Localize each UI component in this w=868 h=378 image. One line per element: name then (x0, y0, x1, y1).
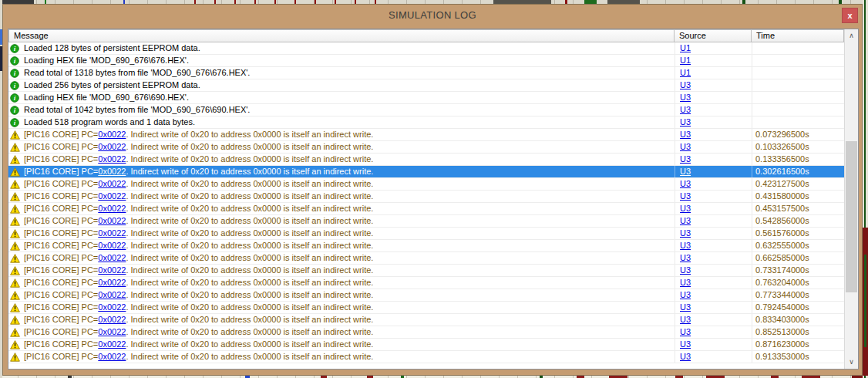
pc-address-link[interactable]: 0x0022 (98, 252, 126, 264)
log-row[interactable]: [PIC16 CORE] PC=0x0022. Indirect write o… (8, 252, 844, 265)
log-row[interactable]: iRead total of 1318 bytes from file 'MOD… (8, 67, 844, 79)
source-link[interactable]: U3 (680, 105, 691, 114)
source-link[interactable]: U3 (680, 93, 691, 102)
pc-address-link[interactable]: 0x0022 (98, 302, 126, 313)
message-cell: [PIC16 CORE] PC=0x0022. Indirect write o… (8, 277, 675, 289)
source-link[interactable]: U3 (680, 142, 691, 151)
time-cell (752, 42, 844, 54)
message-text-pre: [PIC16 CORE] PC= (24, 302, 98, 313)
pc-address-link[interactable]: 0x0022 (98, 203, 126, 214)
pc-address-link[interactable]: 0x0022 (98, 314, 126, 326)
title-bar[interactable]: SIMULATION LOG x (3, 5, 862, 25)
source-link[interactable]: U3 (680, 241, 691, 250)
pc-address-link[interactable]: 0x0022 (98, 228, 126, 239)
scrollbar-thumb[interactable] (846, 141, 857, 292)
log-row[interactable]: [PIC16 CORE] PC=0x0022. Indirect write o… (8, 277, 844, 289)
log-row[interactable]: [PIC16 CORE] PC=0x0022. Indirect write o… (8, 191, 844, 203)
source-link[interactable]: U3 (680, 339, 691, 349)
background-app-right-strip (863, 0, 868, 378)
source-cell: U3 (675, 265, 752, 276)
source-link[interactable]: U1 (680, 43, 691, 52)
log-row[interactable]: iLoaded 518 program words and 1 data byt… (8, 116, 844, 129)
source-link[interactable]: U3 (680, 167, 691, 176)
log-row[interactable]: iLoading HEX file 'MOD_690_676\690.HEX'.… (8, 92, 844, 104)
vertical-scrollbar[interactable]: ∧ ∨ (844, 29, 858, 369)
log-row-selected[interactable]: [PIC16 CORE] PC=0x0022. Indirect write o… (8, 166, 844, 178)
source-cell: U3 (675, 104, 752, 116)
source-link[interactable]: U3 (680, 191, 691, 201)
source-link[interactable]: U3 (680, 327, 691, 336)
time-cell: 0.913353000s (752, 351, 844, 363)
log-row[interactable]: [PIC16 CORE] PC=0x0022. Indirect write o… (8, 265, 844, 277)
pc-address-link[interactable]: 0x0022 (98, 191, 126, 202)
source-link[interactable]: U3 (680, 80, 691, 89)
column-header-message[interactable]: Message (8, 29, 675, 42)
column-header-source[interactable]: Source (675, 29, 752, 42)
log-row[interactable]: [PIC16 CORE] PC=0x0022. Indirect write o… (8, 339, 844, 351)
pc-address-link[interactable]: 0x0022 (98, 339, 126, 350)
log-row[interactable]: [PIC16 CORE] PC=0x0022. Indirect write o… (8, 215, 844, 228)
log-row[interactable]: [PIC16 CORE] PC=0x0022. Indirect write o… (8, 302, 844, 314)
source-link[interactable]: U3 (680, 130, 691, 139)
pc-address-link[interactable]: 0x0022 (98, 351, 126, 363)
window-title: SIMULATION LOG (3, 5, 862, 26)
pc-address-link[interactable]: 0x0022 (98, 265, 126, 276)
pc-address-link[interactable]: 0x0022 (98, 154, 126, 165)
source-link[interactable]: U3 (680, 179, 691, 188)
pc-address-link[interactable]: 0x0022 (98, 289, 126, 301)
source-link[interactable]: U3 (680, 290, 691, 299)
warning-icon (10, 316, 21, 325)
message-cell: iLoaded 256 bytes of persistent EEPROM d… (8, 79, 675, 91)
close-button[interactable]: x (842, 8, 858, 23)
source-link[interactable]: U3 (680, 352, 691, 361)
log-row[interactable]: [PIC16 CORE] PC=0x0022. Indirect write o… (8, 240, 844, 252)
pc-address-link[interactable]: 0x0022 (98, 178, 126, 190)
source-link[interactable]: U3 (680, 253, 691, 262)
warning-icon (10, 254, 21, 263)
log-row[interactable]: [PIC16 CORE] PC=0x0022. Indirect write o… (8, 228, 844, 240)
pc-address-link[interactable]: 0x0022 (98, 240, 126, 251)
log-row[interactable]: [PIC16 CORE] PC=0x0022. Indirect write o… (8, 203, 844, 215)
source-link[interactable]: U3 (680, 315, 691, 324)
scrollbar-track[interactable] (845, 42, 858, 356)
source-link[interactable]: U3 (680, 278, 691, 287)
log-row[interactable]: [PIC16 CORE] PC=0x0022. Indirect write o… (8, 129, 844, 141)
log-row[interactable]: iLoaded 128 bytes of persistent EEPROM d… (8, 42, 844, 55)
source-link[interactable]: U3 (680, 265, 691, 275)
message-text-post: . Indirect write of 0x20 to address 0x00… (126, 141, 373, 153)
source-cell: U3 (675, 79, 752, 91)
pc-address-link[interactable]: 0x0022 (98, 326, 126, 338)
source-link[interactable]: U1 (680, 68, 691, 77)
warning-icon (10, 241, 21, 251)
log-row[interactable]: [PIC16 CORE] PC=0x0022. Indirect write o… (8, 289, 844, 302)
column-header-time[interactable]: Time (752, 29, 844, 42)
log-row[interactable]: iRead total of 1042 bytes from file 'MOD… (8, 104, 844, 116)
pc-address-link[interactable]: 0x0022 (98, 215, 126, 227)
source-link[interactable]: U3 (680, 204, 691, 213)
source-link[interactable]: U3 (680, 117, 691, 127)
pc-address-link[interactable]: 0x0022 (98, 141, 126, 153)
message-text-pre: [PIC16 CORE] PC= (24, 228, 98, 239)
log-row[interactable]: [PIC16 CORE] PC=0x0022. Indirect write o… (8, 154, 844, 166)
source-link[interactable]: U3 (680, 154, 691, 164)
log-row[interactable]: [PIC16 CORE] PC=0x0022. Indirect write o… (8, 326, 844, 339)
log-row[interactable]: [PIC16 CORE] PC=0x0022. Indirect write o… (8, 314, 844, 326)
message-text-pre: [PIC16 CORE] PC= (24, 240, 98, 251)
message-text-pre: [PIC16 CORE] PC= (24, 252, 98, 264)
pc-address-link[interactable]: 0x0022 (98, 166, 126, 177)
source-link[interactable]: U1 (680, 56, 691, 65)
scroll-down-arrow-icon[interactable]: ∨ (845, 356, 858, 369)
log-row[interactable]: iLoaded 256 bytes of persistent EEPROM d… (8, 79, 844, 92)
source-link[interactable]: U3 (680, 228, 691, 238)
source-link[interactable]: U3 (680, 302, 691, 312)
log-row[interactable]: [PIC16 CORE] PC=0x0022. Indirect write o… (8, 141, 844, 154)
log-row[interactable]: [PIC16 CORE] PC=0x0022. Indirect write o… (8, 351, 844, 363)
message-cell: iLoading HEX file 'MOD_690_676\690.HEX'. (8, 92, 675, 103)
log-row[interactable]: [PIC16 CORE] PC=0x0022. Indirect write o… (8, 178, 844, 191)
log-row[interactable]: iLoading HEX file 'MOD_690_676\676.HEX'.… (8, 55, 844, 67)
source-link[interactable]: U3 (680, 216, 691, 225)
pc-address-link[interactable]: 0x0022 (98, 129, 126, 140)
pc-address-link[interactable]: 0x0022 (98, 277, 126, 289)
scroll-up-arrow-icon[interactable]: ∧ (845, 29, 858, 42)
message-text-pre: [PIC16 CORE] PC= (24, 326, 98, 338)
